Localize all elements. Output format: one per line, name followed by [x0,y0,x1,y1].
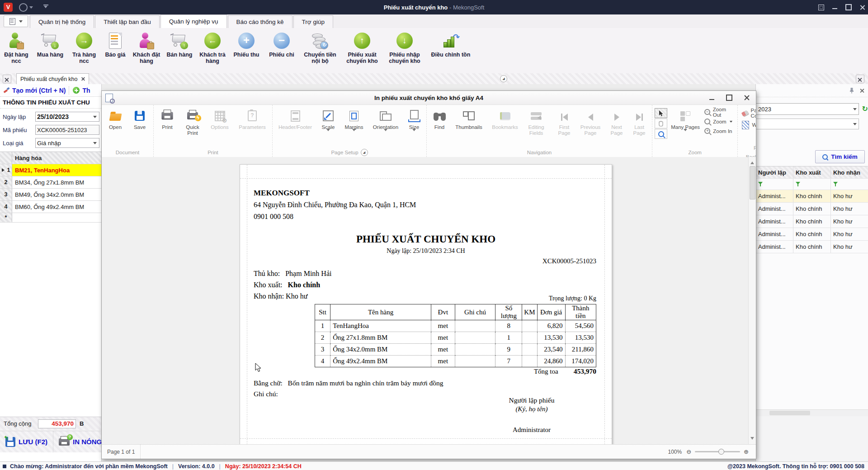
zoom-in-icon[interactable]: ⊕ [744,448,749,455]
chevron-down-icon[interactable] [851,106,859,112]
maximize-icon[interactable] [845,4,852,10]
ribbon-khach-dat-hang[interactable]: Khách đặt hàng [132,31,161,65]
filter-row[interactable] [756,179,868,190]
many-pages-button[interactable]: Many Pages [668,107,703,139]
ribbon-group-launcher-icon[interactable] [500,75,507,82]
save-button[interactable]: LƯU (F2) [0,431,53,452]
preview-vertical-scrollbar[interactable] [748,157,756,444]
pointer-tool-button[interactable] [655,108,667,118]
find-button[interactable]: Find [428,107,451,131]
scrollbar-thumb[interactable] [769,411,810,415]
chevron-down-icon[interactable] [851,121,859,127]
column-header-nguoi-lap[interactable]: Người lập [756,166,793,178]
close-document-area-button[interactable] [856,75,864,83]
chevron-down-icon[interactable] [92,139,98,147]
dialog-maximize-icon[interactable] [726,95,732,101]
pin-icon[interactable] [849,87,854,94]
document-tab-phieu-xuat-chuyen-kho[interactable]: Phiếu xuất chuyển kho [16,73,89,84]
list-row-5[interactable]: Administ...Kho chínhKho hư [756,241,868,253]
close-panel-icon[interactable] [860,89,864,93]
print-button[interactable]: Print [155,107,179,131]
column-header-kho-xuat[interactable]: Kho xuất [793,166,831,178]
refresh-icon[interactable] [862,104,868,113]
preview-surface[interactable]: MEKONGSOFT 64 Nguyễn Đình Chiểu, Phường … [102,157,756,445]
zoom-out-icon[interactable]: ⊖ [686,448,691,455]
add-item-button[interactable]: Th [82,87,90,94]
watermark-button[interactable]: Watermark [739,119,756,131]
margins-button[interactable]: Margins [340,107,368,139]
application-menu-button[interactable] [4,15,28,27]
list-row-4[interactable]: Administ...Kho chínhKho hư [756,228,868,241]
fit-screen-icon[interactable] [818,5,824,10]
hot-print-button[interactable]: IN NÓNG [53,431,108,452]
ribbon-phieu-nhap-chuyen-kho[interactable]: Phiếu nhập chuyển kho [385,31,425,65]
last-page-button[interactable]: Last Page [628,107,651,137]
save-button[interactable]: Save [127,107,152,131]
grid-new-row[interactable]: * [0,213,101,223]
filter-icon[interactable] [833,182,839,187]
horizontal-scrollbar[interactable] [756,409,868,417]
price-type-select[interactable]: Giá nhập [35,138,99,148]
filter-icon[interactable] [758,182,764,187]
page-color-button[interactable]: Page Color [739,107,756,119]
quick-print-button[interactable]: Quick Print [179,107,206,137]
zoom-slider[interactable]: ⊖ ⊕ [686,448,749,455]
close-tab-icon[interactable] [81,77,85,81]
scrollbar-thumb[interactable] [750,166,755,199]
header-footer-button[interactable]: Header/Footer [274,107,316,131]
date-input[interactable]: 25/10/2023 [35,112,99,122]
secondary-filter-select[interactable] [756,119,859,129]
zoom-in-button[interactable]: Zoom In [703,126,736,136]
ribbon-bao-gia[interactable]: Báo giá [102,31,129,58]
tab-quan-ly-nghiep-vu[interactable]: Quản lý nghiệp vụ [160,14,227,28]
ribbon-chuyen-tien-noi-bo[interactable]: Chuyển tiền nội bộ [301,31,340,65]
close-all-tabs-button[interactable] [3,75,11,83]
list-row-3[interactable]: Administ...Kho chínhKho hư [756,215,868,228]
grid-row-4[interactable]: 4 BM60, Ống 49x2.4mm BM [0,201,101,213]
zoom-button[interactable]: Zoom [703,117,736,126]
next-page-button[interactable]: Next Page [605,107,628,137]
ribbon-phieu-chi[interactable]: Phiếu chi [265,31,298,58]
ribbon-dat-hang-ncc[interactable]: Đặt hàng ncc [1,31,31,65]
scale-button[interactable]: Scale [316,107,340,139]
previous-page-button[interactable]: Previous Page [576,107,605,137]
grid-row-3[interactable]: 3 BM49, Ống 34x2.0mm BM [0,189,101,201]
dialog-minimize-icon[interactable] [709,95,714,100]
ribbon-tra-hang-ncc[interactable]: Trả hàng ncc [69,31,99,65]
column-header-hang-hoa[interactable]: Hàng hóa [12,152,101,164]
create-new-button[interactable]: Tạo mới (Ctrl + N) [12,87,66,94]
bookmarks-button[interactable]: Bookmarks [487,107,523,131]
grid-row-2[interactable]: 2 BM34, Ống 27x1.8mm BM [0,176,101,189]
zoom-slider-thumb[interactable] [718,449,724,455]
dialog-titlebar[interactable]: In phiếu xuất chuyển kho khổ giấy A4 [102,91,756,105]
close-icon[interactable] [860,5,865,10]
code-input[interactable]: XCK00005-251023 [35,125,99,135]
toolbar-customize-button[interactable] [43,5,48,10]
tab-quan-tri-he-thong[interactable]: Quản trị hệ thống [30,15,94,28]
list-row-2[interactable]: Administ...Kho chínhKho hư [756,203,868,215]
tab-bao-cao-thong-ke[interactable]: Báo cáo thống kê [228,15,292,28]
ribbon-khach-tra-hang[interactable]: Khách trả hàng [198,31,227,65]
filter-icon[interactable] [796,182,801,187]
scroll-up-icon[interactable] [750,160,754,164]
year-filter-select[interactable]: 2023 [756,103,859,115]
column-header-kho-nhan[interactable]: Kho nhận [831,166,868,178]
orientation-button[interactable]: Orientation [368,107,403,139]
ribbon-dieu-chinh-ton[interactable]: Điều chỉnh tồn [427,31,474,58]
dialog-close-icon[interactable] [744,95,750,100]
ribbon-phieu-thu[interactable]: Phiếu thu [230,31,263,58]
search-button[interactable]: Tìm kiếm [815,150,865,163]
first-page-button[interactable]: First Page [553,107,576,137]
open-button[interactable]: Open [103,107,127,131]
list-row-1[interactable]: Administ...Kho chínhKho hư [756,190,868,203]
size-button[interactable]: Size [403,107,425,139]
minimize-icon[interactable] [832,5,837,10]
ribbon-phieu-xuat-chuyen-kho[interactable]: Phiếu xuất chuyển kho [342,31,382,65]
zoom-area-tool-button[interactable] [655,129,667,139]
hand-tool-button[interactable] [655,119,667,128]
quick-access-button[interactable] [13,3,33,12]
thumbnails-button[interactable]: Thumbnails [451,107,487,131]
editing-fields-button[interactable]: Editing Fields [523,107,549,137]
ribbon-mua-hang[interactable]: Mua hàng [34,31,66,58]
scroll-down-icon[interactable] [750,437,754,442]
